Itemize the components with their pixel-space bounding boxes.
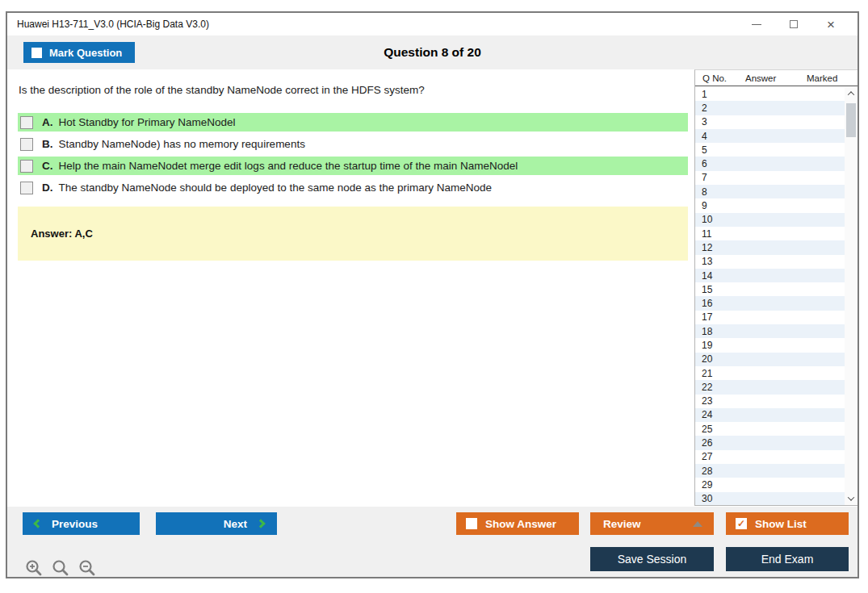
header-strip: Mark Question Question 8 of 20 — [7, 35, 858, 69]
chevron-left-icon — [33, 519, 42, 528]
minimize-icon — [752, 24, 761, 25]
option-d-checkbox[interactable] — [20, 182, 33, 194]
question-number: 28 — [695, 466, 712, 477]
question-number: 12 — [695, 242, 712, 253]
question-list-row[interactable]: 1 — [695, 87, 845, 101]
review-dropdown-button[interactable]: Review — [590, 512, 714, 535]
show-list-label: Show List — [755, 518, 807, 530]
option-b-letter: B. — [42, 138, 53, 150]
question-counter: Question 8 of 20 — [7, 35, 858, 69]
question-number: 23 — [695, 395, 712, 407]
option-c-text: Help the main NameNodet merge edit logs … — [59, 160, 518, 172]
show-answer-checkbox[interactable] — [466, 518, 477, 529]
question-number: 20 — [695, 353, 712, 365]
question-number: 10 — [695, 214, 712, 225]
titlebar: Huawei H13-711_V3.0 (HCIA-Big Data V3.0)… — [7, 13, 858, 35]
column-marked: Marked — [807, 73, 837, 83]
question-number: 5 — [695, 144, 707, 156]
next-label: Next — [224, 518, 247, 530]
exam-player-window: Huawei H13-711_V3.0 (HCIA-Big Data V3.0)… — [6, 11, 859, 578]
answer-box: Answer: A,C — [18, 207, 688, 261]
question-list: 1234567891011121314151617181920212223242… — [695, 87, 858, 506]
question-list-row[interactable]: 15 — [695, 282, 845, 296]
question-list-row[interactable]: 24 — [695, 408, 845, 422]
column-qno: Q No. — [702, 73, 727, 83]
option-d-text: The standby NameNode should be deployed … — [59, 182, 493, 194]
previous-button[interactable]: Previous — [23, 512, 140, 535]
question-list-row[interactable]: 13 — [695, 255, 845, 269]
zoom-in-icon[interactable] — [24, 558, 44, 578]
question-number: 22 — [695, 382, 712, 393]
question-list-row[interactable]: 25 — [695, 422, 845, 436]
option-b-checkbox[interactable] — [20, 138, 33, 151]
question-list-row[interactable]: 20 — [695, 353, 845, 366]
question-number: 3 — [695, 116, 707, 127]
zoom-reset-icon[interactable] — [51, 558, 70, 578]
question-list-row[interactable]: 17 — [695, 311, 845, 324]
option-row-d[interactable]: D. The standby NameNode should be deploy… — [18, 178, 688, 197]
question-list-row[interactable]: 6 — [695, 157, 845, 170]
question-list-row[interactable]: 8 — [695, 185, 845, 198]
end-exam-button[interactable]: End Exam — [726, 547, 849, 571]
option-d-letter: D. — [42, 182, 53, 194]
question-number: 25 — [695, 424, 712, 435]
question-number: 19 — [695, 340, 712, 351]
question-list-row[interactable]: 26 — [695, 436, 845, 449]
scroll-up-icon — [848, 91, 854, 98]
show-list-button[interactable]: ✓ Show List — [726, 512, 849, 535]
question-list-row[interactable]: 22 — [695, 380, 845, 394]
zoom-out-icon[interactable] — [78, 558, 97, 578]
question-list-row[interactable]: 29 — [695, 478, 845, 491]
option-b-text: Standby NameNode) has no memory requirem… — [59, 138, 305, 150]
question-number: 4 — [695, 131, 707, 142]
question-list-header: Q No. Answer Marked — [695, 70, 858, 86]
question-list-row[interactable]: 10 — [695, 213, 845, 227]
option-row-c[interactable]: C. Help the main NameNodet merge edit lo… — [18, 157, 688, 175]
scroll-down-button[interactable] — [845, 492, 858, 505]
close-button[interactable]: × — [812, 13, 849, 35]
maximize-button[interactable] — [775, 13, 812, 35]
question-list-row[interactable]: 5 — [695, 143, 845, 157]
next-button[interactable]: Next — [156, 512, 277, 535]
question-list-row[interactable]: 18 — [695, 324, 845, 338]
save-session-label: Save Session — [618, 553, 687, 566]
scroll-up-button[interactable] — [845, 87, 858, 100]
end-exam-label: End Exam — [761, 553, 814, 566]
option-row-b[interactable]: B. Standby NameNode) has no memory requi… — [18, 135, 688, 153]
question-list-row[interactable]: 21 — [695, 366, 845, 380]
question-list-scrollbar[interactable] — [845, 87, 858, 505]
minimize-button[interactable] — [738, 13, 775, 35]
question-list-row[interactable]: 3 — [695, 115, 845, 129]
question-number: 27 — [695, 451, 712, 462]
option-a-letter: A. — [42, 116, 53, 128]
scrollbar-thumb[interactable] — [846, 103, 856, 137]
triangle-up-icon — [693, 521, 702, 527]
question-number: 29 — [695, 479, 712, 491]
question-list-row[interactable]: 11 — [695, 227, 845, 240]
save-session-button[interactable]: Save Session — [590, 547, 714, 571]
option-a-checkbox[interactable] — [20, 116, 33, 129]
review-label: Review — [603, 518, 641, 530]
question-list-row[interactable]: 12 — [695, 240, 845, 254]
question-number: 16 — [695, 298, 712, 309]
question-number: 1 — [695, 89, 707, 100]
maximize-icon — [790, 20, 798, 28]
question-list-panel: Q No. Answer Marked 12345678910111213141… — [694, 69, 858, 506]
question-list-row[interactable]: 19 — [695, 338, 845, 352]
show-answer-label: Show Answer — [485, 518, 556, 530]
option-c-checkbox[interactable] — [20, 160, 33, 173]
question-list-row[interactable]: 7 — [695, 171, 845, 185]
option-row-a[interactable]: A. Hot Standby for Primary NameNodel — [18, 113, 688, 132]
close-icon: × — [827, 18, 835, 31]
question-list-row[interactable]: 4 — [695, 129, 845, 143]
question-list-row[interactable]: 2 — [695, 101, 845, 115]
show-answer-button[interactable]: Show Answer — [456, 512, 579, 535]
question-list-row[interactable]: 30 — [695, 492, 845, 506]
question-list-row[interactable]: 28 — [695, 464, 845, 478]
question-list-row[interactable]: 23 — [695, 395, 845, 408]
show-list-checkbox[interactable]: ✓ — [736, 518, 747, 529]
question-list-row[interactable]: 16 — [695, 296, 845, 310]
question-list-row[interactable]: 14 — [695, 269, 845, 282]
question-list-row[interactable]: 27 — [695, 450, 845, 464]
question-list-row[interactable]: 9 — [695, 198, 845, 212]
